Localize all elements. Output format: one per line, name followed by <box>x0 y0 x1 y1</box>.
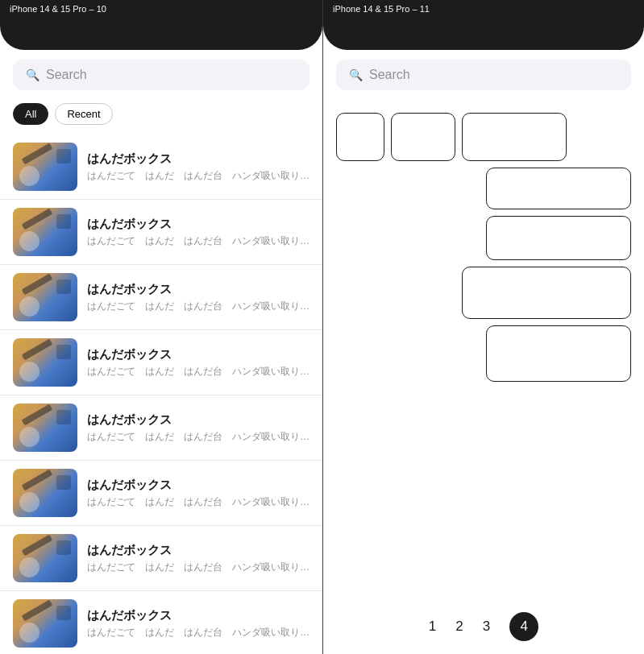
grid-cell-5-1 <box>486 325 631 382</box>
item-list: はんだボックス はんだごて はんだ はんだ台 ハンダ吸い取り… はんだボックス … <box>0 135 322 654</box>
list-item[interactable]: はんだボックス はんだごて はんだ はんだ台 ハンダ吸い取り… <box>0 591 322 654</box>
item-tags: はんだごて はんだ はんだ台 ハンダ吸い取り… <box>87 169 310 183</box>
grid-row-3 <box>336 216 631 260</box>
item-tags: はんだごて はんだ はんだ台 ハンダ吸い取り… <box>87 626 310 640</box>
grid-row-5 <box>336 325 631 382</box>
page-2-button[interactable]: 2 <box>455 619 463 635</box>
list-item[interactable]: はんだボックス はんだごて はんだ はんだ台 ハンダ吸い取り… <box>0 461 322 526</box>
grid-row-4 <box>336 267 631 319</box>
left-phone-header: iPhone 14 & 15 Pro – 10 <box>0 0 322 18</box>
right-search-container: 🔍 Search <box>323 50 644 100</box>
left-top-bar <box>0 18 322 50</box>
filter-row: All Recent <box>0 100 322 135</box>
grid-row-2 <box>336 168 631 209</box>
item-text: はんだボックス はんだごて はんだ はんだ台 ハンダ吸い取り… <box>87 151 310 183</box>
item-title: はんだボックス <box>87 412 310 428</box>
item-tags: はんだごて はんだ はんだ台 ハンダ吸い取り… <box>87 561 310 574</box>
item-title: はんだボックス <box>87 543 310 558</box>
item-text: はんだボックス はんだごて はんだ はんだ台 ハンダ吸い取り… <box>87 217 310 248</box>
list-item[interactable]: はんだボックス はんだごて はんだ はんだ台 ハンダ吸い取り… <box>0 135 322 200</box>
left-search-placeholder: Search <box>46 68 87 82</box>
item-tags: はんだごて はんだ はんだ台 ハンダ吸い取り… <box>87 300 310 313</box>
item-tags: はんだごて はんだ はんだ台 ハンダ吸い取り… <box>87 234 310 248</box>
grid-cell-3-1 <box>486 216 631 260</box>
grid-cell-1-1 <box>336 113 384 161</box>
item-text: はんだボックス はんだごて はんだ はんだ台 ハンダ吸い取り… <box>87 478 310 509</box>
item-thumbnail <box>13 143 77 191</box>
item-thumbnail <box>13 469 77 517</box>
filter-all-button[interactable]: All <box>13 103 48 125</box>
item-thumbnail <box>13 208 77 256</box>
list-item[interactable]: はんだボックス はんだごて はんだ はんだ台 ハンダ吸い取り… <box>0 200 322 265</box>
item-text: はんだボックス はんだごて はんだ はんだ台 ハンダ吸い取り… <box>87 608 310 640</box>
item-thumbnail <box>13 599 77 648</box>
right-top-bar <box>323 18 644 50</box>
list-item[interactable]: はんだボックス はんだごて はんだ はんだ台 ハンダ吸い取り… <box>0 526 322 591</box>
page-4-button[interactable]: 4 <box>509 612 538 641</box>
right-phone-content: 🔍 Search <box>323 50 644 654</box>
item-thumbnail <box>13 404 77 452</box>
grid-cell-1-3 <box>462 113 567 161</box>
grid-cell-4-1 <box>462 267 631 319</box>
item-text: はんだボックス はんだごて はんだ はんだ台 ハンダ吸い取り… <box>87 282 310 313</box>
page-3-button[interactable]: 3 <box>483 619 490 635</box>
item-title: はんだボックス <box>87 478 310 493</box>
list-item[interactable]: はんだボックス はんだごて はんだ はんだ台 ハンダ吸い取り… <box>0 265 322 330</box>
grid-row-1 <box>336 113 631 161</box>
list-item[interactable]: はんだボックス はんだごて はんだ はんだ台 ハンダ吸い取り… <box>0 395 322 461</box>
grid-cell-2-1 <box>486 168 631 209</box>
pagination: 1 2 3 4 <box>323 599 644 654</box>
grid-cell-1-2 <box>391 113 455 161</box>
list-item[interactable]: はんだボックス はんだごて はんだ はんだ台 ハンダ吸い取り… <box>0 330 322 395</box>
left-search-bar[interactable]: 🔍 Search <box>13 60 310 90</box>
search-icon-right: 🔍 <box>349 68 363 81</box>
page-1-button[interactable]: 1 <box>429 619 436 635</box>
right-phone-header: iPhone 14 & 15 Pro – 11 <box>323 0 644 18</box>
left-search-container: 🔍 Search <box>0 50 322 100</box>
left-phone-title: iPhone 14 & 15 Pro – 10 <box>10 4 106 14</box>
item-text: はんだボックス はんだごて はんだ はんだ台 ハンダ吸い取り… <box>87 412 310 444</box>
item-tags: はんだごて はんだ はんだ台 ハンダ吸い取り… <box>87 365 310 379</box>
item-tags: はんだごて はんだ はんだ台 ハンダ吸い取り… <box>87 495 310 509</box>
item-title: はんだボックス <box>87 608 310 623</box>
search-icon: 🔍 <box>26 68 39 81</box>
item-title: はんだボックス <box>87 151 310 167</box>
item-tags: はんだごて はんだ はんだ台 ハンダ吸い取り… <box>87 430 310 444</box>
item-thumbnail <box>13 534 77 582</box>
left-phone-content: 🔍 Search All Recent はんだボックス はんだごて はんだ はん… <box>0 50 322 654</box>
right-search-placeholder: Search <box>369 68 410 82</box>
item-thumbnail <box>13 273 77 321</box>
item-text: はんだボックス はんだごて はんだ はんだ台 ハンダ吸い取り… <box>87 543 310 574</box>
item-title: はんだボックス <box>87 282 310 297</box>
filter-recent-button[interactable]: Recent <box>55 103 112 125</box>
item-text: はんだボックス はんだごて はんだ はんだ台 ハンダ吸い取り… <box>87 347 310 379</box>
item-title: はんだボックス <box>87 347 310 362</box>
item-thumbnail <box>13 338 77 387</box>
right-phone-panel: iPhone 14 & 15 Pro – 11 🔍 Search <box>323 0 644 654</box>
right-phone-title: iPhone 14 & 15 Pro – 11 <box>333 4 430 14</box>
right-search-bar[interactable]: 🔍 Search <box>336 60 631 90</box>
item-title: はんだボックス <box>87 217 310 232</box>
left-phone-panel: iPhone 14 & 15 Pro – 10 🔍 Search All Rec… <box>0 0 322 654</box>
grid-content <box>323 100 644 599</box>
